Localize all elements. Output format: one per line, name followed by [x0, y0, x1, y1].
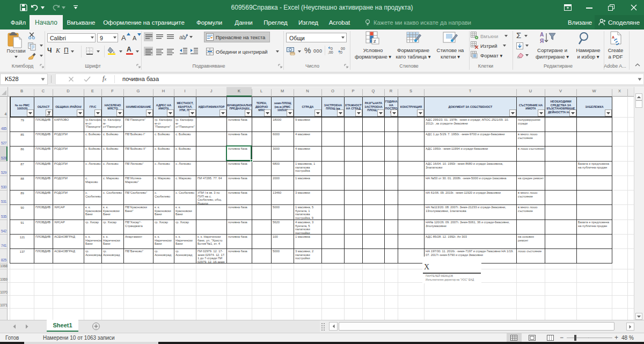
svg-text:0: 0: [331, 47, 333, 50]
svg-text:00: 00: [341, 47, 345, 50]
svg-text:≠: ≠: [374, 39, 376, 44]
svg-text:A: A: [612, 35, 614, 39]
svg-text:Я: Я: [540, 38, 544, 44]
svg-text:А: А: [540, 32, 544, 38]
svg-text:,00: ,00: [328, 50, 333, 54]
